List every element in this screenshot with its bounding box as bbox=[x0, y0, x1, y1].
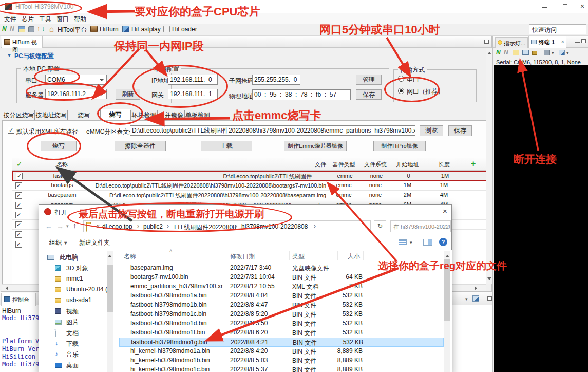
transfer-up-icon[interactable]: ↑ bbox=[37, 25, 40, 32]
new-folder-button[interactable]: 新建文件夹 bbox=[79, 238, 110, 247]
menu-window[interactable]: 窗口 bbox=[56, 15, 69, 24]
terminal-connect-icon[interactable]: N bbox=[496, 49, 501, 56]
table-row-fastboot[interactable]: ✓ fastboot D:\dl.ecoo.top\public2\TTL线刷固… bbox=[12, 171, 487, 181]
disconnect-icon[interactable]: N bbox=[10, 25, 14, 32]
row-checkbox[interactable]: ✓ bbox=[15, 241, 22, 248]
view-mode-icon[interactable] bbox=[399, 239, 407, 245]
view-minimize-icon[interactable] bbox=[478, 43, 482, 43]
console-menu-icon[interactable]: ▾ bbox=[465, 296, 468, 302]
toolbar-hiloader[interactable]: HiLoader bbox=[172, 26, 197, 33]
terminal-new-view-icon[interactable] bbox=[559, 50, 565, 55]
quick-access-input[interactable]: 快速访问 bbox=[529, 24, 586, 34]
table-row-bootargs[interactable]: ✓ bootargs D:\dl.ecoo.top\public2\TTL线刷固… bbox=[12, 181, 487, 191]
help-icon[interactable]: ? bbox=[439, 238, 447, 246]
tab-console[interactable]: 控制台 bbox=[1, 293, 36, 306]
hiburn-chip-icon[interactable] bbox=[90, 26, 98, 32]
subnet-input[interactable]: 255.255.255. 0 bbox=[252, 75, 300, 85]
menu-chip[interactable]: 芯片 bbox=[22, 15, 34, 24]
xml-save-button[interactable]: 保存 bbox=[448, 125, 472, 136]
file-row[interactable]: fastboot-hi3798mdmo1a.bin2022/8/8 4:04BI… bbox=[119, 291, 444, 301]
tab-hiburn-view[interactable]: HiBurn 视图 bbox=[2, 36, 43, 48]
terminal-disconnect-icon[interactable]: N bbox=[504, 49, 508, 56]
hifastplay-icon[interactable] bbox=[122, 26, 129, 32]
breadcrumb-item[interactable]: dl.ecoo.top bbox=[102, 223, 132, 230]
close-button[interactable]: × bbox=[580, 2, 584, 10]
tab-indicator-leds[interactable]: 指示灯... bbox=[495, 37, 528, 48]
toolbar-hifastplay[interactable]: HiFastplay bbox=[131, 26, 161, 33]
dropdown-icon[interactable]: ▾ bbox=[552, 50, 554, 55]
terminal-screen[interactable] bbox=[494, 65, 588, 372]
back-icon[interactable]: ← bbox=[45, 222, 52, 230]
file-row[interactable]: hi_kernel-hi3798mdmo1a.bin2022/8/8 4:20B… bbox=[119, 347, 444, 356]
settings-icon[interactable] bbox=[18, 26, 25, 32]
xml-path-input[interactable]: D:\dl.ecoo.top\public2\TTL线刷固件20220808\h… bbox=[130, 125, 415, 136]
tab-burn-fastboot[interactable]: 烧写Fastboot bbox=[67, 110, 100, 120]
terminal-tab-close-icon[interactable]: × bbox=[561, 39, 564, 45]
refresh-button[interactable]: 刷新 bbox=[116, 89, 140, 100]
tab-burn-address[interactable]: 按地址烧写 bbox=[35, 110, 67, 120]
breadcrumb[interactable]: « dl.ecoo.top › public2 › TTL线刷固件2022080… bbox=[83, 220, 371, 232]
tab-badblock-check[interactable]: 坏块检测 bbox=[130, 110, 158, 120]
breadcrumb-item[interactable]: hi3798mv100-20220808 bbox=[241, 223, 308, 230]
file-row[interactable]: hi_kernel-hi3798mdmo1b.bin2022/8/8 5:03B… bbox=[119, 356, 444, 365]
col-start[interactable]: 开始地址 bbox=[390, 161, 425, 169]
dialog-close-icon[interactable]: × bbox=[443, 207, 447, 215]
terminal-settings-icon[interactable] bbox=[513, 50, 519, 55]
make-emmc-image-button[interactable]: 制作Emmc烧片器镜像 bbox=[284, 141, 347, 151]
preview-pane-icon[interactable] bbox=[423, 239, 432, 246]
terminal-maximize-icon[interactable] bbox=[581, 39, 586, 43]
recent-dropdown-icon[interactable]: ▾ bbox=[66, 224, 69, 229]
col-length[interactable]: 长度 bbox=[425, 161, 463, 169]
tab-burn-partition[interactable]: 按分区烧写 bbox=[3, 110, 35, 120]
network-radio[interactable] bbox=[398, 88, 404, 94]
organize-button[interactable]: 组织 ▼ bbox=[49, 238, 68, 247]
minimize-button[interactable] bbox=[542, 7, 547, 8]
terminal-lock-icon[interactable] bbox=[532, 51, 537, 55]
file-row[interactable]: fastboot-hi3798mdmo1f.bin2022/8/8 6:20BI… bbox=[119, 328, 444, 338]
toolbar-hitool-platform[interactable]: HiTool平台 bbox=[58, 26, 87, 34]
board-ip-input[interactable]: 192.168.111. 0 bbox=[168, 75, 218, 85]
toolbar-hiburn[interactable]: HiBurn bbox=[100, 26, 119, 33]
file-col-name[interactable]: 名称 bbox=[124, 252, 136, 261]
terminal-minimize-icon[interactable] bbox=[575, 42, 580, 43]
serial-radio[interactable] bbox=[398, 76, 404, 82]
menu-tools[interactable]: 工具 bbox=[39, 15, 51, 24]
xml-path-checkbox[interactable]: ✓ bbox=[8, 127, 14, 134]
console-minimize-icon[interactable] bbox=[482, 300, 486, 300]
table-row-baseparam[interactable]: ✓ baseparam D:\dl.ecoo.top\public2\TTL线刷… bbox=[12, 191, 487, 200]
check-all-icon[interactable]: ✓ bbox=[16, 160, 23, 168]
menu-help[interactable]: 帮助 bbox=[74, 15, 86, 24]
console-open-log-icon[interactable] bbox=[472, 295, 479, 302]
file-row[interactable]: fastboot-hi3798mdmo1b.bin2022/8/8 4:47BI… bbox=[119, 301, 444, 310]
up-icon[interactable]: ↑ bbox=[73, 221, 77, 230]
make-hipro-image-button[interactable]: 制作HiPro镜像 bbox=[373, 141, 426, 151]
board-save-button[interactable]: 保存 bbox=[356, 89, 382, 100]
row-checkbox[interactable]: ✓ bbox=[15, 192, 22, 199]
row-checkbox[interactable]: ✓ bbox=[15, 212, 22, 218]
col-device[interactable]: 器件类型 bbox=[327, 161, 361, 169]
home-icon[interactable]: ⌂ bbox=[49, 25, 54, 33]
browse-button[interactable]: 浏览 bbox=[420, 125, 443, 136]
section-twisty-icon[interactable]: ▼ bbox=[7, 52, 12, 58]
file-row[interactable]: fastboot-hi3798mdmo1c.bin2022/8/8 5:20BI… bbox=[119, 310, 444, 319]
plug-icon[interactable] bbox=[28, 26, 34, 32]
tab-merge-image[interactable]: 合并镜像 bbox=[158, 110, 184, 120]
sidebar-scrollbar[interactable] bbox=[107, 251, 113, 372]
erase-all-button[interactable]: 擦除全器件 bbox=[115, 141, 166, 151]
refresh-nav-button[interactable]: ↻ bbox=[374, 220, 386, 232]
row-checkbox[interactable]: ✓ bbox=[15, 182, 22, 189]
dialog-search-box[interactable]: 在 hi3798mv100-2022080... bbox=[390, 220, 451, 232]
tab-terminal-1[interactable]: 终端 1 × bbox=[528, 36, 566, 48]
connect-icon[interactable]: N bbox=[2, 25, 7, 32]
serial-port-select[interactable]: COM6 bbox=[45, 75, 107, 85]
mac-input[interactable]: 00 : 95 : 38 : 78 : fb : 57 bbox=[252, 89, 351, 100]
file-col-type[interactable]: 类型 bbox=[292, 252, 305, 261]
console-maximize-icon[interactable] bbox=[487, 296, 492, 301]
menu-file[interactable]: 文件 bbox=[4, 15, 16, 24]
col-name[interactable]: 名称 bbox=[24, 161, 100, 169]
server-ip-select[interactable]: 192.168.111.2 bbox=[45, 89, 107, 99]
row-checkbox[interactable]: ✓ bbox=[15, 221, 22, 228]
row-checkbox[interactable]: ✓ bbox=[16, 173, 23, 179]
file-row-selected[interactable]: fastboot-hi3798mdmo1g.bin2022/8/8 4:21BI… bbox=[119, 338, 444, 347]
file-row[interactable]: fastboot-hi3798mdmo1d.bin2022/8/8 5:50BI… bbox=[119, 319, 444, 328]
